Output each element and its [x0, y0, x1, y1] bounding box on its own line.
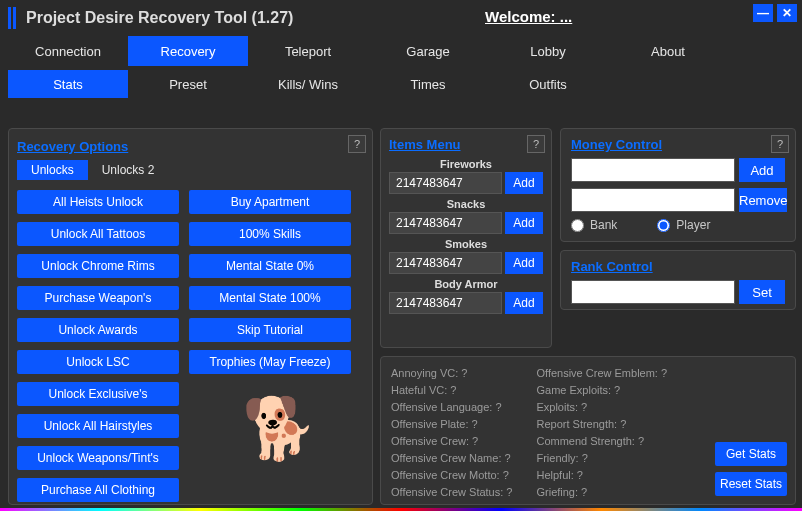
item-add-fireworks[interactable]: Add	[505, 172, 543, 194]
rank-panel: Rank Control Set	[560, 250, 796, 310]
dog-image: 🐕	[214, 363, 344, 493]
recovery-btn-skip-tutorial[interactable]: Skip Tutorial	[189, 318, 351, 342]
stat-line: Offensive Crew Motto: ?	[391, 467, 512, 484]
app-title: Project Desire Recovery Tool (1.27)	[26, 9, 293, 27]
player-radio[interactable]	[657, 219, 670, 232]
recovery-btn-purchase-weapon-s[interactable]: Purchase Weapon's	[17, 286, 179, 310]
help-button-items[interactable]: ?	[527, 135, 545, 153]
recovery-btn-unlock-awards[interactable]: Unlock Awards	[17, 318, 179, 342]
item-label: Smokes	[389, 238, 543, 250]
recovery-tabs: UnlocksUnlocks 2	[17, 160, 364, 180]
player-label: Player	[676, 218, 710, 232]
recovery-panel: Recovery Options ? UnlocksUnlocks 2 All …	[8, 128, 373, 505]
inner-tab-unlocks[interactable]: Unlocks	[17, 160, 88, 180]
stat-line: Commend Strength: ?	[536, 433, 667, 450]
main-tab-bar: ConnectionRecoveryTeleportGarageLobbyAbo…	[0, 36, 802, 70]
recovery-btn-all-heists-unlock[interactable]: All Heists Unlock	[17, 190, 179, 214]
inner-tab-unlocks-2[interactable]: Unlocks 2	[88, 160, 169, 180]
sub-tab-times[interactable]: Times	[368, 70, 488, 98]
item-add-snacks[interactable]: Add	[505, 212, 543, 234]
close-button[interactable]: ✕	[777, 4, 797, 22]
recovery-btn-unlock-chrome-rims[interactable]: Unlock Chrome Rims	[17, 254, 179, 278]
money-add-button[interactable]: Add	[739, 158, 785, 182]
money-target-radios: Bank Player	[571, 218, 785, 232]
recovery-btn-unlock-weapons-tint-s[interactable]: Unlock Weapons/Tint's	[17, 446, 179, 470]
money-add-row: Add	[571, 158, 785, 182]
items-title: Items Menu	[389, 137, 461, 152]
item-row-snacks: SnacksAdd	[389, 198, 543, 234]
stats-col1: Annoying VC: ?Hateful VC: ?Offensive Lan…	[391, 365, 512, 501]
sub-tab-kills-wins[interactable]: Kills/ Wins	[248, 70, 368, 98]
money-add-input[interactable]	[571, 158, 735, 182]
item-input-fireworks[interactable]	[389, 172, 502, 194]
accent-bars	[8, 7, 16, 29]
item-add-smokes[interactable]: Add	[505, 252, 543, 274]
window-controls: — ✕	[753, 4, 797, 22]
main-tab-about[interactable]: About	[608, 36, 728, 66]
money-panel: Money Control ? Add Remove Bank Player	[560, 128, 796, 242]
rank-title: Rank Control	[571, 259, 653, 274]
item-label: Snacks	[389, 198, 543, 210]
recovery-btn-mental-state-[interactable]: Mental State 100%	[189, 286, 351, 310]
minimize-button[interactable]: —	[753, 4, 773, 22]
item-input-snacks[interactable]	[389, 212, 502, 234]
item-input-smokes[interactable]	[389, 252, 502, 274]
reset-stats-button[interactable]: Reset Stats	[715, 472, 787, 496]
stat-line: Offensive Crew Status: ?	[391, 484, 512, 501]
app-window: Project Desire Recovery Tool (1.27) Welc…	[0, 0, 802, 511]
recovery-btn-unlock-all-tattoos[interactable]: Unlock All Tattoos	[17, 222, 179, 246]
money-title: Money Control	[571, 137, 662, 152]
item-ctrl: Add	[389, 252, 543, 274]
recovery-btn-purchase-all-clothing[interactable]: Purchase All Clothing	[17, 478, 179, 502]
stat-line: Exploits: ?	[536, 399, 667, 416]
stat-line: Griefing: ?	[536, 484, 667, 501]
recovery-col1: All Heists UnlockUnlock All TattoosUnloc…	[17, 190, 179, 502]
player-radio-label[interactable]: Player	[657, 218, 710, 232]
main-tab-lobby[interactable]: Lobby	[488, 36, 608, 66]
recovery-btn--skills[interactable]: 100% Skills	[189, 222, 351, 246]
stat-line: Offensive Crew Emblem: ?	[536, 365, 667, 382]
main-tab-connection[interactable]: Connection	[8, 36, 128, 66]
recovery-btn-unlock-all-hairstyles[interactable]: Unlock All Hairstyles	[17, 414, 179, 438]
recovery-title: Recovery Options	[17, 139, 128, 154]
stat-line: Hateful VC: ?	[391, 382, 512, 399]
item-row-smokes: SmokesAdd	[389, 238, 543, 274]
stats-col2: Offensive Crew Emblem: ?Game Exploits: ?…	[536, 365, 667, 501]
item-label: Body Armor	[389, 278, 543, 290]
welcome-label: Welcome: ...	[485, 8, 572, 25]
item-add-body-armor[interactable]: Add	[505, 292, 543, 314]
sub-tab-outfits[interactable]: Outfits	[488, 70, 608, 98]
items-rows: FireworksAddSnacksAddSmokesAddBody Armor…	[389, 158, 543, 314]
recovery-btn-unlock-lsc[interactable]: Unlock LSC	[17, 350, 179, 374]
stat-line: Offensive Crew Name: ?	[391, 450, 512, 467]
sub-tab-bar: StatsPresetKills/ WinsTimesOutfits	[0, 70, 802, 102]
help-button-money[interactable]: ?	[771, 135, 789, 153]
recovery-btn-mental-state-[interactable]: Mental State 0%	[189, 254, 351, 278]
sub-tab-preset[interactable]: Preset	[128, 70, 248, 98]
rank-input[interactable]	[571, 280, 735, 304]
help-button-recovery[interactable]: ?	[348, 135, 366, 153]
rank-set-button[interactable]: Set	[739, 280, 785, 304]
main-tab-teleport[interactable]: Teleport	[248, 36, 368, 66]
items-panel: Items Menu ? FireworksAddSnacksAddSmokes…	[380, 128, 552, 348]
item-row-fireworks: FireworksAdd	[389, 158, 543, 194]
rank-row: Set	[571, 280, 785, 304]
item-input-body-armor[interactable]	[389, 292, 502, 314]
stats-panel: Annoying VC: ?Hateful VC: ?Offensive Lan…	[380, 356, 796, 505]
item-ctrl: Add	[389, 292, 543, 314]
item-row-body-armor: Body ArmorAdd	[389, 278, 543, 314]
bank-radio[interactable]	[571, 219, 584, 232]
money-remove-input[interactable]	[571, 188, 735, 212]
money-remove-row: Remove	[571, 188, 785, 212]
recovery-btn-buy-apartment[interactable]: Buy Apartment	[189, 190, 351, 214]
recovery-btn-unlock-exclusive-s[interactable]: Unlock Exclusive's	[17, 382, 179, 406]
content-area: Recovery Options ? UnlocksUnlocks 2 All …	[8, 128, 796, 505]
main-tab-garage[interactable]: Garage	[368, 36, 488, 66]
get-stats-button[interactable]: Get Stats	[715, 442, 787, 466]
stats-buttons: Get Stats Reset Stats	[715, 442, 787, 496]
sub-tab-stats[interactable]: Stats	[8, 70, 128, 98]
bank-radio-label[interactable]: Bank	[571, 218, 617, 232]
main-tab-recovery[interactable]: Recovery	[128, 36, 248, 66]
money-remove-button[interactable]: Remove	[739, 188, 787, 212]
stat-line: Offensive Crew: ?	[391, 433, 512, 450]
